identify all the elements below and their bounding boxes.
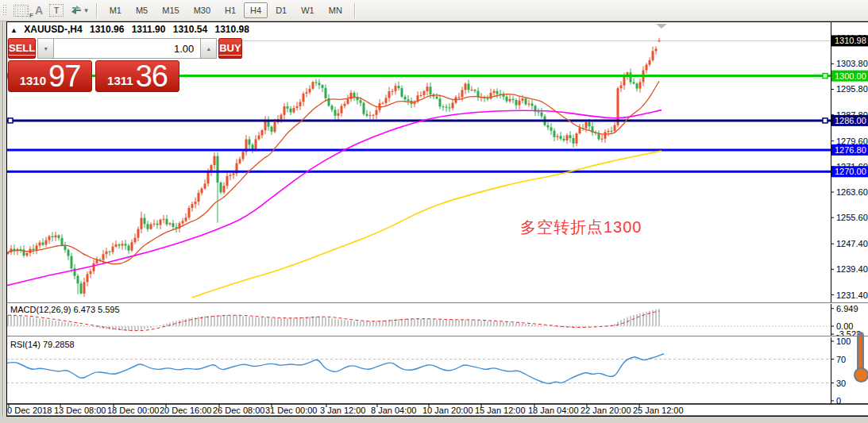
svg-text:18 Jan 04:00: 18 Jan 04:00 [528, 406, 579, 415]
t-label: T [54, 6, 59, 15]
thermometer-mercury [859, 336, 862, 371]
timeframe-button-h1[interactable]: H1 [218, 2, 242, 18]
buy-price-big: 36 [136, 62, 168, 91]
text-a-icon[interactable]: A [35, 2, 43, 18]
svg-text:70: 70 [836, 355, 846, 364]
svg-text:1263.60: 1263.60 [836, 187, 868, 197]
svg-text:10 Jan 20:00: 10 Jan 20:00 [422, 406, 473, 415]
svg-text:1276.80: 1276.80 [835, 145, 866, 155]
buy-price-small: 1311 [107, 74, 133, 87]
svg-text:15 Jan 12:00: 15 Jan 12:00 [475, 406, 526, 415]
chevron-down-icon[interactable]: ▾ [84, 6, 88, 14]
volume-input[interactable] [54, 38, 200, 59]
timeframe-button-m5[interactable]: M5 [129, 2, 154, 18]
svg-text:1295.80: 1295.80 [836, 84, 868, 94]
chart-header: ▲ XAUUSD-,H4 1310.96 1311.90 1310.54 131… [10, 24, 249, 35]
timeframe-button-m1[interactable]: M1 [103, 2, 128, 18]
text-label-icon[interactable]: T [49, 2, 64, 18]
timeframe-button-group: M1M5M15M30H1H4D1W1MN [102, 2, 349, 18]
svg-text:1255.60: 1255.60 [836, 213, 868, 222]
svg-text:13 Dec 08:00: 13 Dec 08:00 [54, 406, 106, 415]
ohlc-open: 1310.96 [90, 24, 124, 35]
svg-text:1300.00: 1300.00 [835, 71, 866, 81]
timeframe-button-m15[interactable]: M15 [156, 2, 185, 18]
ohlc-close: 1310.98 [214, 24, 249, 35]
svg-text:20 Dec 16:00: 20 Dec 16:00 [160, 406, 211, 415]
sell-price-small: 1310 [20, 74, 46, 87]
chart-window: 1311.801303.801295.801287.801279.601271.… [6, 21, 868, 417]
a-label: A [35, 4, 43, 17]
thermometer-bulb [854, 367, 868, 383]
timeframe-button-m30[interactable]: M30 [187, 2, 217, 18]
cycle-arrows-glyph [70, 5, 83, 16]
toolbar-separator-2 [354, 3, 356, 18]
sell-price-display[interactable]: 1310 97 [8, 60, 92, 92]
sell-price-big: 97 [48, 62, 80, 91]
svg-text:1239.40: 1239.40 [836, 264, 868, 274]
svg-text:26 Dec 08:00: 26 Dec 08:00 [213, 406, 264, 415]
buy-button-label: BUY [219, 42, 241, 56]
fibo-grid-icon[interactable]: F [14, 2, 29, 18]
svg-text:25 Jan 12:00: 25 Jan 12:00 [633, 406, 684, 415]
svg-text:1270.00: 1270.00 [835, 167, 866, 176]
svg-text:22 Jan 20:00: 22 Jan 20:00 [581, 406, 631, 415]
down-arrow-icon: ▼ [43, 46, 48, 52]
timeframe-button-d1[interactable]: D1 [269, 2, 293, 18]
thermometer-widget[interactable] [851, 332, 868, 387]
timeframe-button-w1[interactable]: W1 [295, 2, 321, 18]
volume-decrease-button[interactable]: ▼ [37, 38, 54, 59]
time-axis[interactable]: 10 Dec 201813 Dec 08:0018 Dec 00:0020 De… [6, 404, 684, 415]
svg-text:100: 100 [836, 336, 851, 346]
svg-text:8 Jan 04:00: 8 Jan 04:00 [371, 406, 417, 415]
sell-button-label: SELL [9, 42, 35, 56]
one-click-trading-panel: SELL ▼ ▲ BUY 1310 97 1311 36 [8, 38, 179, 92]
svg-text:6.949: 6.949 [836, 304, 858, 313]
f-label: F [29, 12, 33, 19]
top-toolbar: F A T ▾ M1M5M15M30H1H4D1W1MN [0, 0, 868, 21]
window-frame-left [0, 21, 6, 423]
svg-text:18 Dec 00:00: 18 Dec 00:00 [107, 406, 159, 415]
symbol-title: XAUUSD-,H4 [24, 24, 82, 35]
svg-text:30: 30 [836, 379, 846, 388]
toolbar-separator [96, 3, 98, 18]
svg-text:1286.00: 1286.00 [835, 116, 866, 125]
window-frame-bottom [0, 417, 868, 423]
svg-text:1310.98: 1310.98 [835, 36, 866, 45]
svg-text:1247.40: 1247.40 [836, 239, 868, 248]
svg-text:3 Jan 12:00: 3 Jan 12:00 [320, 406, 366, 415]
chart-annotation-text: 多空转折点1300 [520, 217, 642, 238]
svg-text:1303.80: 1303.80 [836, 59, 868, 68]
frame-groove [2, 21, 4, 423]
buy-button[interactable]: BUY [218, 38, 241, 59]
up-arrow-icon: ▲ [206, 46, 211, 52]
timeframe-button-mn[interactable]: MN [322, 2, 349, 18]
volume-stepper: ▼ ▲ [37, 38, 217, 59]
ohlc-low: 1310.54 [173, 24, 207, 35]
toolbar-grip[interactable] [2, 4, 6, 17]
svg-text:1231.40: 1231.40 [836, 290, 868, 300]
rsi-indicator-label: RSI(14) 79.2858 [10, 340, 75, 349]
ohlc-high: 1311.90 [132, 24, 166, 35]
svg-text:1279.60: 1279.60 [836, 137, 868, 146]
svg-text:10 Dec 2018: 10 Dec 2018 [6, 406, 52, 415]
cycle-arrows-icon[interactable]: ▾ [70, 2, 88, 18]
buy-price-display[interactable]: 1311 36 [95, 60, 179, 92]
volume-increase-button[interactable]: ▲ [200, 38, 217, 59]
panel-collapse-arrow-icon[interactable]: ▲ [10, 26, 17, 34]
macd-indicator-label: MACD(12,26,9) 6.473 5.595 [10, 305, 120, 314]
svg-text:31 Dec 00:00: 31 Dec 00:00 [265, 406, 317, 415]
timeframe-button-h4[interactable]: H4 [244, 2, 268, 18]
ohlc-readout: 1310.96 1311.90 1310.54 1310.98 [85, 24, 249, 35]
sell-button[interactable]: SELL [8, 38, 36, 59]
